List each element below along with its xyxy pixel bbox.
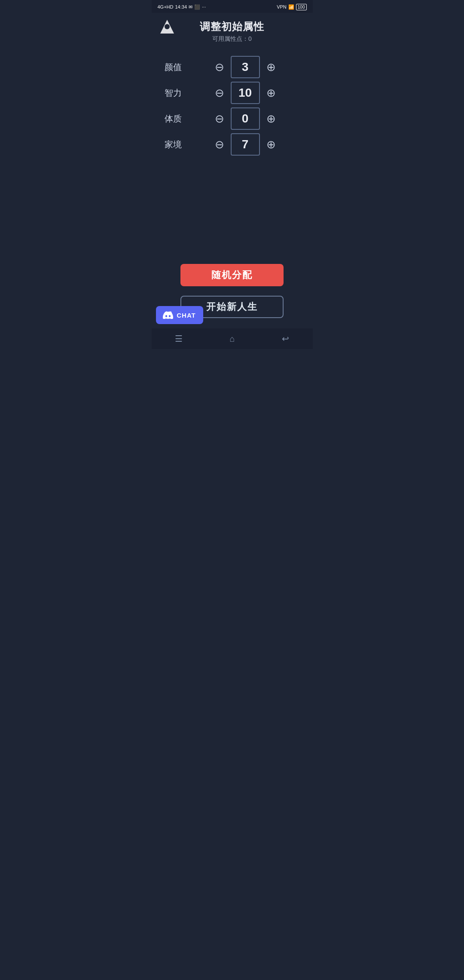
decrease-intelligence-button[interactable]: ⊖ [212,85,227,101]
svg-point-1 [165,24,170,29]
more-icon: ··· [202,4,206,9]
attr-row-intelligence: 智力 ⊖ 10 ⊕ [165,82,300,104]
back-nav-icon[interactable]: ↩ [282,334,289,344]
attributes-section: 颜值 ⊖ 3 ⊕ 智力 ⊖ 10 ⊕ 体质 ⊖ 0 ⊕ [152,52,313,160]
time-display: 14:34 [175,4,187,9]
vpn-indicator: VPN [277,4,287,9]
menu-nav-icon[interactable]: ☰ [175,334,183,344]
attr-row-family: 家境 ⊖ 7 ⊕ [165,133,300,156]
attr-value-constitution: 0 [231,107,260,130]
attr-controls-constitution: ⊖ 0 ⊕ [212,107,279,130]
status-right: VPN 📶 100 [277,4,306,10]
notification-icon: ⬛ [194,4,200,10]
header: 调整初始属性 可用属性点：0 [152,13,313,47]
spacer [152,160,313,255]
increase-family-button[interactable]: ⊕ [263,137,279,152]
main-content: 颜值 ⊖ 3 ⊕ 智力 ⊖ 10 ⊕ 体质 ⊖ 0 ⊕ [152,47,313,328]
signal-indicator: 4G+HD [158,4,174,9]
increase-constitution-button[interactable]: ⊕ [263,111,279,126]
chat-label: CHAT [177,312,196,319]
attr-label-constitution: 体质 [165,113,199,125]
attr-label-intelligence: 智力 [165,87,199,99]
chat-button[interactable]: CHAT [156,306,203,324]
decrease-family-button[interactable]: ⊖ [212,137,227,152]
random-allocate-button[interactable]: 随机分配 [180,264,284,286]
decrease-appearance-button[interactable]: ⊖ [212,59,227,75]
attr-controls-intelligence: ⊖ 10 ⊕ [212,82,279,104]
increase-intelligence-button[interactable]: ⊕ [263,85,279,101]
attr-row-appearance: 颜值 ⊖ 3 ⊕ [165,56,300,78]
attr-label-family: 家境 [165,139,199,150]
home-nav-icon[interactable]: ⌂ [229,334,235,344]
battery-indicator: 100 [296,4,307,10]
attr-value-intelligence: 10 [231,82,260,104]
status-left: 4G+HD 14:34 ✉ ⬛ ··· [158,4,206,10]
app-logo [158,17,177,36]
attr-value-family: 7 [231,133,260,156]
decrease-constitution-button[interactable]: ⊖ [212,111,227,126]
mail-icon: ✉ [189,4,192,10]
attr-value-appearance: 3 [231,56,260,78]
page-title: 调整初始属性 [200,20,264,34]
wifi-icon: 📶 [288,4,294,10]
nav-bar: ☰ ⌂ ↩ [152,328,313,349]
attr-label-appearance: 颜值 [165,61,199,73]
attr-controls-family: ⊖ 7 ⊕ [212,133,279,156]
attr-controls-appearance: ⊖ 3 ⊕ [212,56,279,78]
attr-row-constitution: 体质 ⊖ 0 ⊕ [165,107,300,130]
increase-appearance-button[interactable]: ⊕ [263,59,279,75]
available-points: 可用属性点：0 [212,35,252,43]
discord-icon [163,311,173,319]
status-bar: 4G+HD 14:34 ✉ ⬛ ··· VPN 📶 100 [152,0,313,13]
